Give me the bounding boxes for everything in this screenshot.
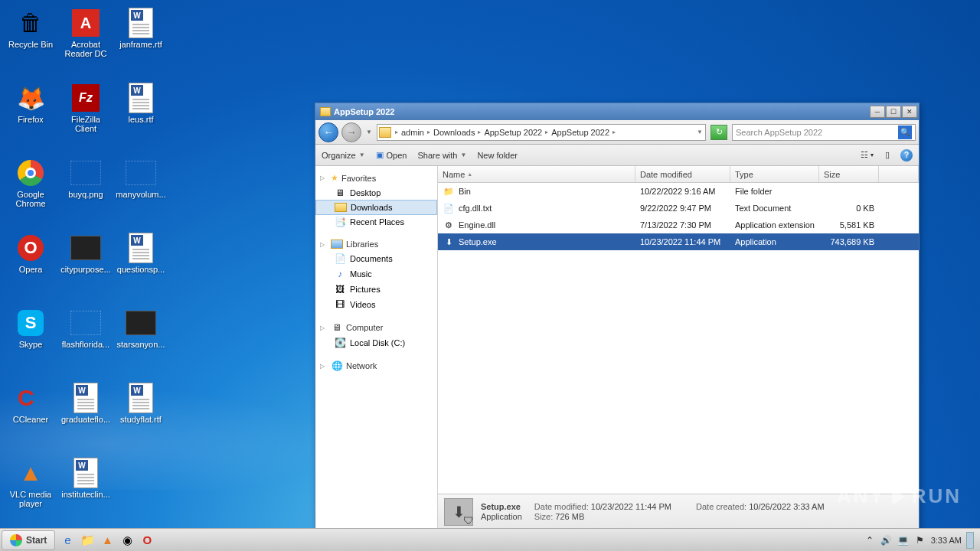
nav-videos[interactable]: 🎞Videos [315, 297, 437, 312]
crumb-appsetup1[interactable]: AppSetup 2022 [482, 128, 544, 137]
maximize-button[interactable]: ☐ [886, 106, 901, 118]
word-icon [126, 383, 156, 413]
details-icon: ⬇ [444, 498, 473, 526]
refresh-button[interactable]: ↻ [710, 125, 727, 140]
col-type[interactable]: Type [730, 166, 819, 182]
nav-desktop[interactable]: 🖥Desktop [315, 185, 437, 201]
desktop-icon[interactable]: buyq.png [58, 153, 113, 228]
desktop-icon[interactable]: studyflat.rtf [113, 378, 168, 453]
ql-chrome-icon[interactable]: ◉ [118, 531, 136, 549]
exe-icon: ⬇ [443, 236, 455, 247]
quick-launch: e 📁 ▲ ◉ O [58, 531, 156, 549]
desktop-icon[interactable]: questionsp... [113, 228, 168, 303]
col-size[interactable]: Size [819, 166, 879, 182]
share-with-button[interactable]: Share with▼ [417, 151, 466, 160]
help-icon[interactable]: ? [900, 149, 913, 161]
desktop-icon[interactable]: starsanyon... [113, 303, 168, 378]
desktop-icon[interactable]: ▲VLC media player [3, 453, 58, 528]
desktop-icon-label: FileZilla Client [60, 115, 112, 133]
ql-opera-icon[interactable]: O [138, 531, 156, 549]
folder-icon: 📁 [443, 186, 455, 197]
desktop-icon[interactable]: OOpera [3, 228, 58, 303]
acro-icon: A [70, 8, 101, 38]
open-button[interactable]: ▣Open [376, 150, 407, 160]
file-row[interactable]: 📁Bin10/22/2022 9:16 AMFile folder [438, 183, 919, 200]
crumb-admin[interactable]: admin [399, 128, 426, 137]
desktop-icon[interactable]: instituteclin... [58, 453, 113, 528]
cc-icon: C [15, 383, 46, 413]
organize-button[interactable]: Organize▼ [322, 151, 365, 160]
start-button[interactable]: Start [2, 530, 55, 550]
nav-music[interactable]: ♪Music [315, 266, 437, 282]
forward-button[interactable]: → [341, 122, 361, 142]
file-row[interactable]: 📄cfg.dll.txt9/22/2022 9:47 PMText Docume… [438, 200, 919, 217]
minimize-button[interactable]: ─ [870, 106, 885, 118]
crumb-downloads[interactable]: Downloads [431, 128, 477, 137]
desktop-icon[interactable]: 🦊Firefox [3, 78, 58, 153]
taskbar: Start e 📁 ▲ ◉ O ⌃ 🔊 💻 ⚑ 3:33 AM [0, 528, 980, 551]
search-icon[interactable]: 🔍 [898, 126, 912, 139]
favorites-header[interactable]: ▷★Favorites [315, 171, 437, 185]
close-button[interactable]: ✕ [902, 106, 917, 118]
file-row[interactable]: ⬇Setup.exe10/23/2022 11:44 PMApplication… [438, 233, 919, 250]
tray-volume-icon[interactable]: 🔊 [880, 534, 893, 546]
nav-recent-places[interactable]: 📑Recent Places [315, 214, 437, 230]
show-desktop[interactable] [966, 532, 974, 549]
desktop-icon[interactable]: FzFileZilla Client [58, 78, 113, 153]
ql-ie-icon[interactable]: e [58, 531, 77, 549]
address-bar[interactable]: ▸ admin▸ Downloads▸ AppSetup 2022▸ AppSe… [377, 124, 706, 141]
network-header[interactable]: ▷🌐Network [315, 358, 437, 373]
desktop-icon-label: CCleaner [13, 415, 48, 424]
nav-pictures[interactable]: 🖼Pictures [315, 282, 437, 297]
desktop-icon-label: VLC media player [5, 490, 57, 508]
desktop-icon[interactable]: janframe.rtf [113, 3, 168, 78]
desktop-icon[interactable]: leus.rtf [113, 78, 168, 153]
desktop-icon-label: starsanyon... [117, 340, 165, 349]
toolbar: Organize▼ ▣Open Share with▼ New folder ☷… [315, 145, 919, 166]
titlebar[interactable]: AppSetup 2022 ─ ☐ ✕ [315, 103, 919, 120]
computer-header[interactable]: ▷🖥Computer [315, 320, 437, 335]
desktop-icon[interactable]: 🗑Recycle Bin [3, 3, 58, 78]
nav-downloads[interactable]: Downloads [315, 200, 437, 215]
preview-pane-button[interactable]: ▯ [880, 149, 894, 161]
history-dropdown[interactable]: ▼ [364, 129, 374, 135]
back-button[interactable]: ← [318, 122, 338, 142]
desktop-icon-label: Google Chrome [5, 190, 57, 208]
tray-network-icon[interactable]: 💻 [897, 534, 910, 546]
desktop-icon[interactable]: SSkype [3, 303, 58, 378]
crumb-appsetup2[interactable]: AppSetup 2022 [549, 128, 612, 137]
column-headers: Name▲ Date modified Type Size [438, 166, 919, 183]
tray-expand-icon[interactable]: ⌃ [864, 534, 876, 546]
addr-dropdown[interactable]: ▼ [696, 129, 704, 135]
clock[interactable]: 3:33 AM [931, 536, 962, 545]
view-button[interactable]: ☷▼ [861, 149, 874, 161]
addr-folder-icon [379, 127, 391, 138]
desktop-icon[interactable]: manyvolum... [113, 153, 168, 228]
desktop-icon[interactable]: citypurpose... [58, 228, 113, 303]
desktop-icon[interactable]: CCCleaner [3, 378, 58, 453]
details-name: Setup.exe [481, 502, 522, 511]
desktop-icon[interactable]: graduateflo... [58, 378, 113, 453]
desktop-icon[interactable]: AAcrobat Reader DC [58, 3, 113, 78]
desktop: 🗑Recycle BinAAcrobat Reader DCjanframe.r… [0, 0, 980, 551]
skype-icon: S [15, 308, 46, 338]
desktop-icon-label: buyq.png [68, 190, 103, 199]
ql-vlc-icon[interactable]: ▲ [98, 531, 116, 549]
search-box[interactable]: Search AppSetup 2022 🔍 [732, 124, 916, 141]
libraries-header[interactable]: ▷Libraries [315, 237, 437, 251]
new-folder-button[interactable]: New folder [477, 151, 518, 160]
tray-flag-icon[interactable]: ⚑ [914, 534, 926, 546]
ql-explorer-icon[interactable]: 📁 [78, 531, 96, 549]
desktop-icon-label: janframe.rtf [119, 40, 162, 49]
blank-icon [70, 158, 101, 188]
sys-icon: 🦊 [15, 83, 46, 113]
col-date[interactable]: Date modified [635, 166, 730, 182]
desktop-icon[interactable]: flashflorida... [58, 303, 113, 378]
file-row[interactable]: ⚙Engine.dll7/13/2022 7:30 PMApplication … [438, 217, 919, 233]
nav-local-disk[interactable]: 💽Local Disk (C:) [315, 335, 437, 350]
desktop-icon[interactable]: Google Chrome [3, 153, 58, 228]
window-title: AppSetup 2022 [334, 107, 870, 116]
desktop-icon-label: citypurpose... [60, 265, 110, 274]
nav-documents[interactable]: 📄Documents [315, 251, 437, 266]
col-name[interactable]: Name▲ [438, 166, 635, 182]
